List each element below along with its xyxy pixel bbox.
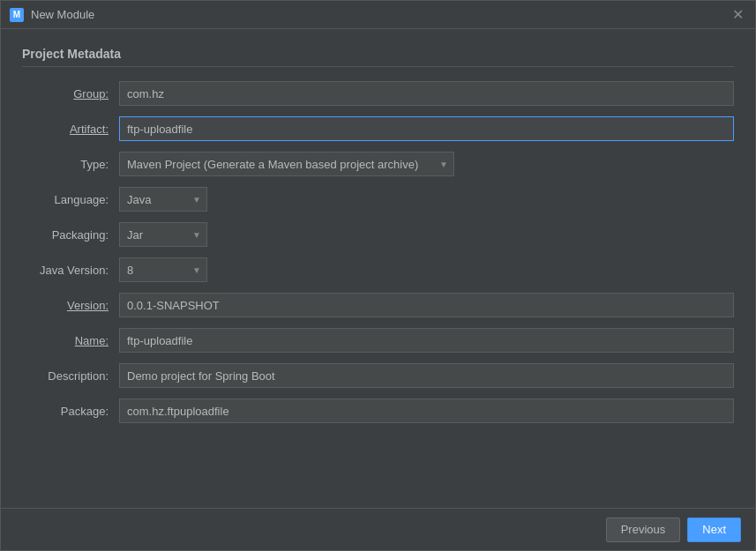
language-select[interactable]: Java Kotlin Groovy — [120, 187, 206, 212]
language-label: Language: — [22, 193, 119, 206]
new-module-window: M New Module ✕ Project Metadata Group: A… — [0, 0, 756, 551]
title-bar-left: M New Module — [10, 8, 94, 22]
packaging-row: Packaging: Jar War ▼ — [22, 222, 734, 247]
artifact-input[interactable] — [119, 116, 734, 141]
type-select[interactable]: Maven Project (Generate a Maven based pr… — [120, 152, 453, 176]
description-row: Description: — [22, 363, 734, 388]
java-version-select[interactable]: 8 11 17 — [120, 257, 206, 282]
java-version-label: Java Version: — [22, 264, 119, 277]
version-row: Version: — [22, 293, 734, 317]
packaging-label: Packaging: — [22, 228, 119, 242]
name-row: Name: — [22, 328, 734, 353]
module-icon: M — [10, 8, 24, 22]
java-version-row: Java Version: 8 11 17 ▼ — [22, 257, 734, 282]
section-title: Project Metadata — [22, 47, 734, 67]
previous-button[interactable]: Previous — [606, 517, 681, 542]
language-select-wrapper: Java Kotlin Groovy ▼ — [119, 187, 207, 212]
close-button[interactable]: ✕ — [729, 6, 746, 24]
type-select-wrapper: Maven Project (Generate a Maven based pr… — [119, 152, 454, 176]
type-label: Type: — [22, 158, 119, 171]
language-row: Language: Java Kotlin Groovy ▼ — [22, 187, 734, 212]
package-input[interactable] — [119, 398, 734, 423]
name-label: Name: — [22, 334, 119, 347]
package-row: Package: — [22, 398, 734, 423]
version-input[interactable] — [119, 293, 734, 317]
name-input[interactable] — [119, 328, 734, 353]
form-content: Project Metadata Group: Artifact: Type: … — [1, 29, 755, 508]
title-bar: M New Module ✕ — [1, 1, 755, 29]
artifact-label: Artifact: — [22, 123, 119, 136]
group-input[interactable] — [119, 81, 734, 106]
description-input[interactable] — [119, 363, 734, 388]
packaging-select[interactable]: Jar War — [120, 222, 206, 247]
description-label: Description: — [22, 369, 119, 383]
version-label: Version: — [22, 299, 119, 312]
window-title: New Module — [31, 8, 94, 21]
group-row: Group: — [22, 81, 734, 106]
package-label: Package: — [22, 405, 119, 418]
footer: Previous Next — [1, 508, 755, 550]
packaging-select-wrapper: Jar War ▼ — [119, 222, 207, 247]
artifact-row: Artifact: — [22, 116, 734, 141]
next-button[interactable]: Next — [687, 517, 741, 542]
type-row: Type: Maven Project (Generate a Maven ba… — [22, 152, 734, 176]
group-label: Group: — [22, 87, 119, 101]
java-version-select-wrapper: 8 11 17 ▼ — [119, 257, 207, 282]
